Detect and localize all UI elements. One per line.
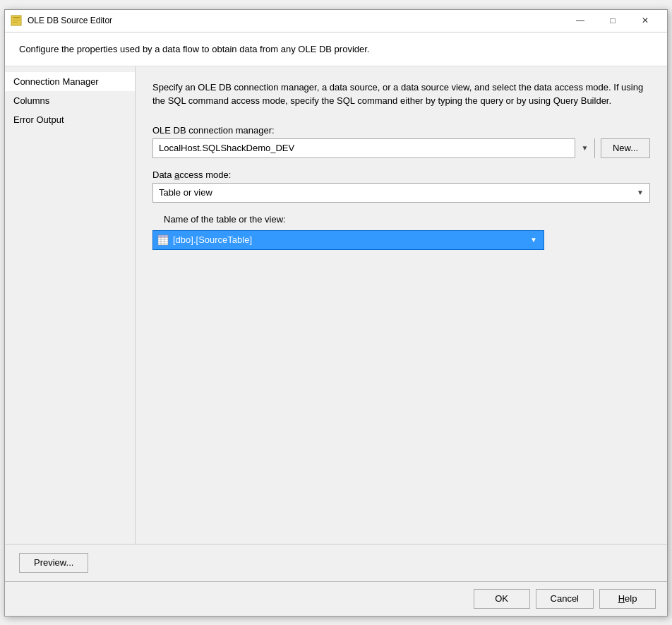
svg-rect-5 — [158, 235, 168, 237]
description-text: Configure the properties used by a data … — [19, 44, 369, 54]
data-access-group: Data access mode: Table or view ▼ — [152, 169, 650, 203]
connection-manager-label: OLE DB connection manager: — [152, 125, 650, 136]
title-bar-controls: — □ ✕ — [564, 10, 661, 31]
close-button[interactable]: ✕ — [629, 10, 661, 31]
window: OLE DB Source Editor — □ ✕ Configure the… — [4, 9, 668, 617]
restore-button[interactable]: □ — [596, 10, 629, 31]
panel-description: Specify an OLE DB connection manager, a … — [152, 81, 650, 108]
svg-rect-1 — [13, 17, 20, 18]
description-bar: Configure the properties used by a data … — [5, 32, 667, 66]
minimize-button[interactable]: — — [564, 10, 596, 31]
new-button[interactable]: New... — [601, 138, 650, 158]
help-button[interactable]: Help — [599, 589, 656, 609]
svg-rect-3 — [13, 22, 18, 23]
connection-manager-row: LocalHost.SQLShackDemo_DEV ▼ New... — [152, 138, 650, 158]
panel: Specify an OLE DB connection manager, a … — [136, 66, 667, 544]
data-access-label: Data access mode: — [152, 169, 650, 180]
sidebar-item-columns[interactable]: Columns — [5, 91, 135, 110]
table-name-group: Name of the table or the view: — [152, 214, 650, 250]
connection-manager-combo[interactable]: LocalHost.SQLShackDemo_DEV ▼ — [152, 138, 595, 158]
data-access-value: Table or view — [159, 187, 212, 198]
sidebar-item-connection-manager[interactable]: Connection Manager — [5, 72, 135, 91]
connection-manager-dropdown-arrow[interactable]: ▼ — [575, 138, 594, 158]
table-icon — [157, 234, 169, 246]
sidebar: Connection Manager Columns Error Output — [5, 66, 136, 544]
window-title: OLE DB Source Editor — [28, 16, 564, 25]
cancel-button[interactable]: Cancel — [536, 589, 594, 609]
preview-button[interactable]: Preview... — [19, 553, 88, 573]
bottom-bar: Preview... — [5, 544, 667, 581]
table-dropdown-arrow: ▼ — [528, 236, 539, 244]
connection-manager-value: LocalHost.SQLShackDemo_DEV — [159, 143, 575, 153]
table-name-label: Name of the table or the view: — [152, 214, 650, 225]
table-name-select[interactable]: [dbo].[SourceTable] ▼ — [152, 230, 544, 250]
data-access-combo[interactable]: Table or view ▼ — [152, 183, 650, 203]
main-content: Connection Manager Columns Error Output … — [5, 66, 667, 544]
connection-manager-group: OLE DB connection manager: LocalHost.SQL… — [152, 125, 650, 158]
title-bar: OLE DB Source Editor — □ ✕ — [5, 10, 667, 32]
ok-button[interactable]: OK — [474, 589, 530, 609]
data-access-arrow: ▼ — [637, 189, 644, 196]
sidebar-item-error-output[interactable]: Error Output — [5, 110, 135, 129]
table-name-value: [dbo].[SourceTable] — [173, 234, 524, 245]
svg-rect-2 — [13, 20, 20, 20]
window-icon — [11, 15, 22, 26]
footer: OK Cancel Help — [5, 581, 667, 616]
